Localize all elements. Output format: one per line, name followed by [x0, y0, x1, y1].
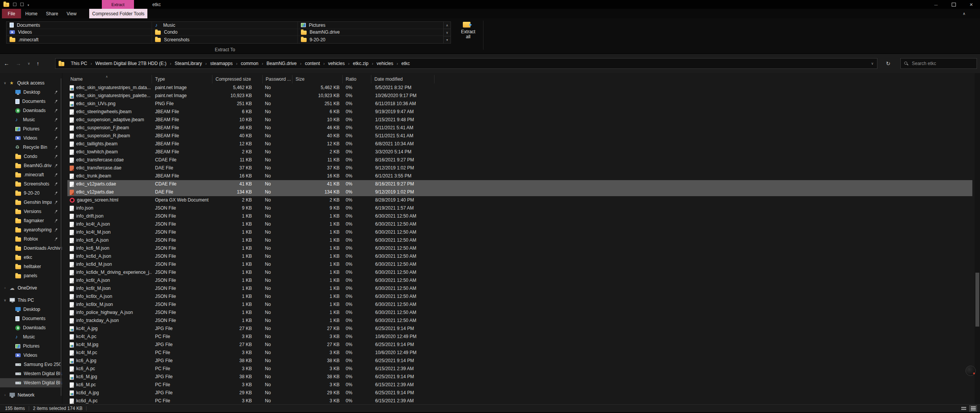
file-row-info-kc6dx-m-driving-experience-j[interactable]: info_kc6dx_M_driving_experience_j...JSON… — [67, 268, 972, 276]
file-row-kc6d-a-pc[interactable]: kc6d_A.pcPC File3 KBNo3 KB0%6/15/2021 2:… — [67, 397, 972, 405]
sidebar-item-roblox[interactable]: Roblox — [0, 234, 62, 244]
details-view-button[interactable] — [969, 405, 977, 411]
file-row-info-json[interactable]: info.jsonJSON File9 KBNo9 KB0%6/19/2021 … — [67, 204, 972, 212]
file-row-kc6-a-jpg[interactable]: kc6_A.jpgJPG File38 KBNo38 KB0%6/25/2021… — [67, 357, 972, 365]
sidebar-item-desktop[interactable]: Desktop — [0, 88, 62, 97]
file-row-kc4t-m-jpg[interactable]: kc4t_M.jpgJPG File27 KBNo27 KB0%6/25/202… — [67, 341, 972, 349]
file-row-etkc-transfercase-dae[interactable]: etkc_transfercase.daeDAE File37 KBNo37 K… — [67, 164, 972, 172]
tab-share[interactable]: Share — [42, 9, 62, 18]
sidebar-item-condo[interactable]: Condo — [0, 152, 62, 161]
sidebar-item-documents[interactable]: Documents — [0, 97, 62, 106]
sidebar-item-quick-access[interactable]: ∨Quick access — [0, 78, 62, 88]
extract-destination-9-20-20[interactable]: 9-20-20 — [298, 36, 443, 43]
file-row-etkc-suspension-r-jbeam[interactable]: etkc_suspension_R.jbeamJBEAM File40 KBNo… — [67, 132, 972, 140]
file-row-info-kc6d-m-json[interactable]: info_kc6d_M.jsonJSON File1 KBNo1 KB0%6/3… — [67, 260, 972, 268]
address-dropdown-icon[interactable] — [871, 62, 874, 65]
file-row-etkc-v12parts-cdae[interactable]: etkc_v12parts.cdaeCDAE File41 KBNo41 KB0… — [67, 180, 972, 188]
sidebar-item-network[interactable]: ›Network — [0, 390, 62, 400]
column-header-ratio[interactable]: Ratio — [343, 75, 371, 83]
file-row-info-kc6-a-json[interactable]: info_kc6_A.jsonJSON File1 KBNo1 KB0%6/30… — [67, 236, 972, 244]
breadcrumb-segment-western-digital-blue-2tb-hdd-e[interactable]: Western Digital Blue 2TB HDD (E:) — [92, 61, 170, 66]
ribbon-collapse-icon[interactable] — [963, 9, 965, 18]
column-header-date-modified[interactable]: Date modified — [371, 75, 434, 83]
sidebar-item-flagmaker[interactable]: flagmaker — [0, 216, 62, 225]
breadcrumb-segment-etkc-zip[interactable]: etkc.zip — [350, 61, 372, 66]
recent-locations-icon[interactable] — [28, 62, 30, 65]
scrollbar-track[interactable] — [975, 73, 980, 405]
column-header-name[interactable]: Name∧ — [67, 75, 152, 83]
chevron-icon[interactable]: ∨ — [3, 298, 7, 302]
sidebar-item-music[interactable]: Music — [0, 115, 62, 124]
properties-icon[interactable] — [13, 3, 16, 6]
sidebar-item-music[interactable]: Music — [0, 332, 62, 341]
breadcrumb-segment-beamng-drive[interactable]: BeamNG.drive — [263, 61, 300, 66]
extract-destination-screenshots[interactable]: Screenshots — [152, 36, 297, 43]
file-row-kc6-a-pc[interactable]: kc6_A.pcPC File3 KBNo3 KB0%6/15/2021 2:3… — [67, 365, 972, 373]
extract-destination-music[interactable]: Music — [152, 22, 297, 29]
chevron-icon[interactable]: › — [3, 393, 7, 397]
back-icon[interactable] — [4, 60, 9, 67]
overlay-bubble[interactable] — [965, 366, 976, 376]
breadcrumb-segment-etkc[interactable]: etkc — [398, 61, 413, 66]
gallery-more-icon[interactable] — [444, 36, 451, 44]
file-row-kc4t-a-pc[interactable]: kc4t_A.pcPC File3 KBNo3 KB0%10/6/2020 12… — [67, 333, 972, 341]
file-row-info-kc4t-m-json[interactable]: info_kc4t_M.jsonJSON File1 KBNo1 KB0%6/3… — [67, 228, 972, 236]
breadcrumb-segment-vehicles[interactable]: vehicles — [373, 61, 397, 66]
sidebar-scrollbar[interactable] — [60, 78, 62, 396]
sidebar-item-videos[interactable]: Videos — [0, 133, 62, 143]
breadcrumb-segment-content[interactable]: content — [301, 61, 323, 66]
list-view-button[interactable] — [960, 405, 967, 411]
tab-view[interactable]: View — [62, 9, 81, 18]
address-field[interactable]: This PC›Western Digital Blue 2TB HDD (E:… — [55, 58, 877, 69]
sidebar-item-screenshots[interactable]: Screenshots — [0, 179, 62, 189]
file-row-etkc-suspension-adaptive-jbeam[interactable]: etkc_suspension_adaptive.jbeamJBEAM File… — [67, 116, 972, 124]
sidebar-item-beamng-drive[interactable]: BeamNG.drive — [0, 161, 62, 170]
sidebar-item-recycle-bin[interactable]: Recycle Bin — [0, 143, 62, 152]
refresh-button[interactable] — [883, 58, 893, 69]
file-row-etkc-v12parts-dae[interactable]: etkc_v12parts.daeDAE File134 KBNo134 KB0… — [67, 188, 972, 196]
sidebar-item-pictures[interactable]: Pictures — [0, 341, 62, 351]
breadcrumb-segment-steamapps[interactable]: steamapps — [207, 61, 236, 66]
forward-icon[interactable] — [16, 60, 21, 67]
sidebar-item-downloads[interactable]: Downloads — [0, 106, 62, 115]
file-row-etkc-towhitch-jbeam[interactable]: etkc_towhitch.jbeamJBEAM File2 KBNo2 KB0… — [67, 148, 972, 156]
file-row-etkc-steeringwheels-jbeam[interactable]: etkc_steeringwheels.jbeamJBEAM File6 KBN… — [67, 108, 972, 116]
sidebar-item-documents[interactable]: Documents — [0, 314, 62, 323]
sidebar-item-downloads[interactable]: Downloads — [0, 323, 62, 332]
breadcrumb-segment-vehicles[interactable]: vehicles — [325, 61, 348, 66]
maximize-button[interactable] — [945, 0, 962, 9]
close-button[interactable] — [962, 0, 980, 9]
sidebar-item-versions[interactable]: Versions — [0, 207, 62, 216]
tab-compressed-folder-tools[interactable]: Compressed Folder Tools — [89, 9, 148, 18]
scrollbar-thumb[interactable] — [975, 273, 979, 327]
file-row-etkc-suspension-f-jbeam[interactable]: etkc_suspension_F.jbeamJBEAM File46 KBNo… — [67, 124, 972, 132]
up-icon[interactable] — [37, 60, 39, 67]
gallery-up-icon[interactable] — [444, 21, 451, 29]
file-row-info-kc6t-m-json[interactable]: info_kc6t_M.jsonJSON File1 KBNo1 KB0%6/3… — [67, 285, 972, 293]
column-header-compressed-size[interactable]: Compressed size — [212, 75, 263, 83]
file-row-kc6d-a-jpg[interactable]: kc6d_A.jpgJPG File29 KBNo29 KB0%6/25/202… — [67, 389, 972, 397]
file-row-info-kc4t-a-json[interactable]: info_kc4t_A.jsonJSON File1 KBNo1 KB0%6/3… — [67, 220, 972, 228]
extract-destination-beamng-drive[interactable]: BeamNG.drive — [298, 29, 443, 36]
tab-file[interactable]: File — [2, 9, 21, 18]
sidebar-item-onedrive[interactable]: ›OneDrive — [0, 283, 62, 293]
file-row-info-kc6d-a-json[interactable]: info_kc6d_A.jsonJSON File1 KBNo1 KB0%6/3… — [67, 252, 972, 260]
new-folder-icon[interactable] — [20, 3, 24, 6]
file-row-info-kc6tx-a-json[interactable]: info_kc6tx_A.jsonJSON File1 KBNo1 KB0%6/… — [67, 293, 972, 301]
column-header-password[interactable]: Password ... — [263, 75, 292, 83]
gallery-down-icon[interactable] — [444, 29, 451, 36]
file-row-etkc-skin-uvs-png[interactable]: etkc_skin_UVs.pngPNG File251 KBNo251 KB0… — [67, 100, 972, 108]
file-row-etkc-skin-signaturestripes-palette[interactable]: etkc_skin_signaturestripes_palette...pai… — [67, 92, 972, 100]
chevron-icon[interactable]: ∨ — [3, 81, 7, 85]
sidebar-item-etkc[interactable]: etkc — [0, 253, 62, 262]
extract-destination-documents[interactable]: Documents — [7, 22, 152, 29]
extract-destination-videos[interactable]: Videos — [7, 29, 152, 36]
file-row-kc4t-a-jpg[interactable]: kc4t_A.jpgJPG File27 KBNo27 KB0%6/25/202… — [67, 325, 972, 333]
sidebar-item-9-20-20[interactable]: 9-20-20 — [0, 189, 62, 198]
sidebar-item-minecraft[interactable]: .minecraft — [0, 170, 62, 179]
sidebar-item-videos[interactable]: Videos — [0, 351, 62, 360]
breadcrumb-segment-common[interactable]: common — [237, 61, 262, 66]
file-row-etkc-trunk-jbeam[interactable]: etkc_trunk.jbeamJBEAM File16 KBNo16 KB0%… — [67, 172, 972, 180]
extract-destination-condo[interactable]: Condo — [152, 29, 297, 36]
file-row-info-kc6t-a-json[interactable]: info_kc6t_A.jsonJSON File1 KBNo1 KB0%6/3… — [67, 276, 972, 285]
